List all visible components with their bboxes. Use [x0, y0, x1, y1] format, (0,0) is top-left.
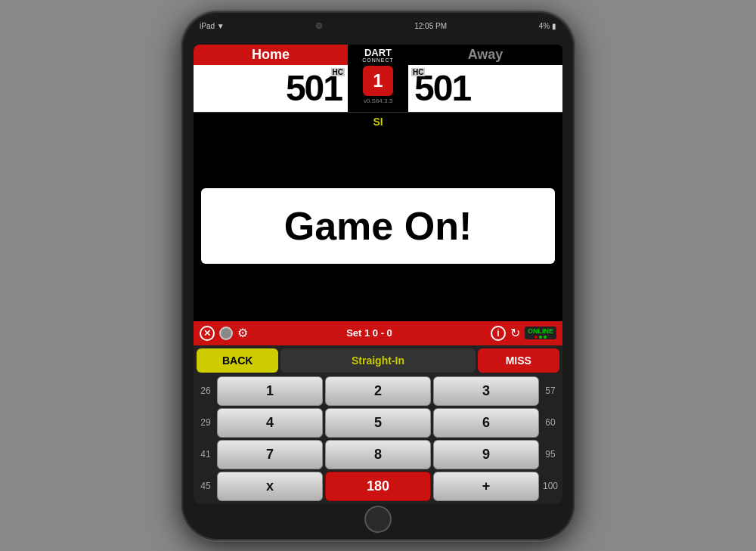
scoreboard: Home HC 501 DART CONNECT 1 v0.S64.3.3 Aw…: [194, 45, 562, 113]
game-on-box: Game On!: [201, 188, 555, 264]
key-8[interactable]: 8: [325, 440, 431, 469]
home-score-panel: HC 501: [194, 65, 348, 112]
key-4[interactable]: 4: [217, 408, 323, 438]
status-bar: ✕ ⚙ Set 1 0 - 0 i ↻ ONLINE: [194, 321, 562, 345]
key-x[interactable]: x: [217, 472, 323, 501]
side-num-100: 100: [541, 481, 559, 491]
dart-sub: CONNECT: [362, 57, 394, 63]
keypad-row-2: 29 4 5 6 60: [197, 408, 559, 438]
set-info: Set 1 0 - 0: [346, 327, 392, 339]
straight-in-button[interactable]: Straight-In: [280, 348, 475, 373]
home-label: Home: [194, 45, 348, 65]
miss-button[interactable]: MISS: [478, 348, 559, 373]
close-icon[interactable]: ✕: [200, 326, 215, 341]
key-3[interactable]: 3: [433, 376, 539, 406]
signal-dot-2: [539, 336, 542, 339]
keypad-row-3: 41 7 8 9 95: [197, 440, 559, 469]
screen: Home HC 501 DART CONNECT 1 v0.S64.3.3 Aw…: [194, 45, 562, 504]
online-badge: ONLINE: [525, 327, 556, 340]
circle-icon[interactable]: [219, 327, 233, 340]
tablet-status-bar: iPad ▼ 12:05 PM 4% ▮: [181, 22, 575, 35]
home-hc-badge: HC: [331, 68, 345, 76]
keypad-row-4: 45 x 180 + 100: [197, 472, 559, 501]
status-right: i ↻ ONLINE: [491, 326, 556, 341]
key-1[interactable]: 1: [217, 376, 323, 406]
si-bar: SI: [194, 113, 562, 131]
action-row: BACK Straight-In MISS: [197, 348, 559, 373]
gear-icon[interactable]: ⚙: [237, 326, 248, 340]
key-2[interactable]: 2: [325, 376, 431, 406]
side-num-45: 45: [197, 481, 215, 491]
battery-indicator: 4% ▮: [539, 22, 556, 30]
dartconnect-logo: DART CONNECT: [362, 45, 394, 63]
signal-dots: [534, 336, 547, 339]
game-on-container: Game On!: [194, 131, 562, 321]
side-num-29: 29: [197, 417, 215, 428]
team-home: Home HC 501: [194, 45, 348, 112]
signal-dot-3: [544, 336, 547, 339]
tablet-device: iPad ▼ 12:05 PM 4% ▮ Home HC 501 DART CO…: [181, 11, 575, 540]
clock: 12:05 PM: [414, 22, 447, 30]
camera: [316, 23, 322, 29]
leg-badge: 1: [363, 66, 393, 96]
key-180[interactable]: 180: [325, 472, 431, 501]
si-label: SI: [373, 116, 383, 128]
key-6[interactable]: 6: [433, 408, 539, 438]
team-away: Away HC 501: [408, 45, 562, 112]
home-button[interactable]: [364, 506, 392, 533]
version-text: v0.S64.3.3: [364, 98, 392, 104]
keypad-grid: 26 1 2 3 57 29 4 5 6 60 41 7: [197, 376, 559, 501]
away-hc-badge: HC: [411, 68, 425, 76]
refresh-icon[interactable]: ↻: [510, 326, 520, 340]
keypad-area: BACK Straight-In MISS 26 1 2 3 57 29 4 5: [194, 345, 562, 504]
status-left: ✕ ⚙: [200, 326, 248, 341]
key-5[interactable]: 5: [325, 408, 431, 438]
center-panel: DART CONNECT 1 v0.S64.3.3: [348, 45, 408, 112]
key-plus[interactable]: +: [433, 472, 539, 501]
key-9[interactable]: 9: [433, 440, 539, 469]
side-num-26: 26: [197, 385, 215, 396]
back-button[interactable]: BACK: [197, 348, 278, 373]
side-num-95: 95: [541, 449, 559, 460]
side-num-41: 41: [197, 449, 215, 460]
game-area: SI Game On!: [194, 113, 562, 321]
keypad-row-1: 26 1 2 3 57: [197, 376, 559, 406]
signal-dot-1: [534, 336, 538, 339]
side-num-60: 60: [541, 417, 559, 428]
dart-brand: DART: [364, 48, 392, 57]
ipad-label: iPad ▼: [200, 22, 225, 30]
online-label: ONLINE: [528, 327, 553, 336]
away-label: Away: [408, 45, 562, 65]
game-on-text: Game On!: [284, 204, 472, 248]
info-icon[interactable]: i: [491, 326, 506, 341]
key-7[interactable]: 7: [217, 440, 323, 469]
side-num-57: 57: [541, 385, 559, 396]
away-score-panel: HC 501: [408, 65, 562, 112]
